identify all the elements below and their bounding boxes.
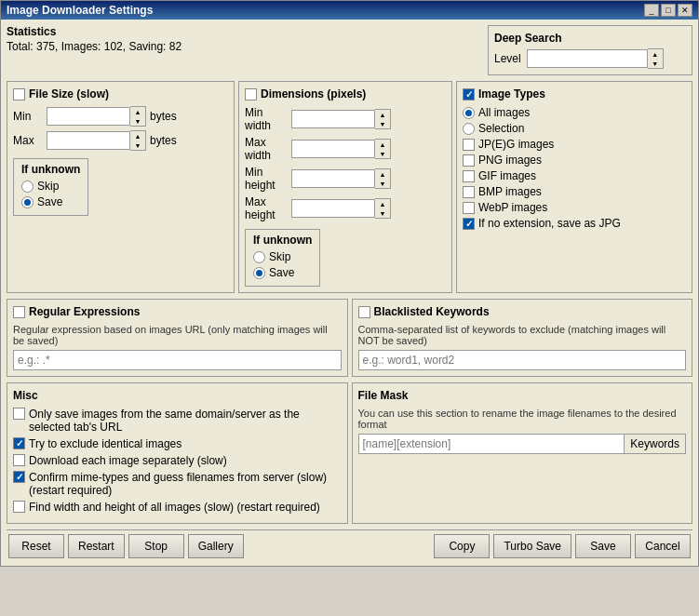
turbo-save-button[interactable]: Turbo Save [493, 534, 571, 558]
png-checkbox[interactable] [463, 154, 475, 167]
deep-search-increment-button[interactable]: ▲ [648, 49, 663, 59]
deep-search-level-spinner: 1 ▲ ▼ [527, 48, 664, 69]
dimensions-panel: Dimensions (pixels) Min width 200 ▲ ▼ Ma… [238, 81, 452, 293]
keywords-button[interactable]: Keywords [624, 434, 686, 454]
filemask-input[interactable] [358, 434, 625, 454]
close-button[interactable]: ✕ [678, 4, 692, 17]
file-size-checkbox[interactable] [13, 88, 25, 100]
file-size-panel: File Size (slow) Min 4000 ▲ ▼ bytes Max [7, 81, 235, 293]
file-size-save-radio[interactable] [21, 196, 34, 208]
min-height-spinner: 200 ▲ ▼ [291, 168, 391, 189]
misc-item-4: Find width and height of all images (slo… [13, 501, 342, 514]
deep-search-row: Level 1 ▲ ▼ [494, 48, 686, 69]
reset-button[interactable]: Reset [8, 534, 64, 558]
deep-search-decrement-button[interactable]: ▼ [648, 59, 663, 68]
max-width-increment[interactable]: ▲ [375, 140, 390, 149]
file-size-save-label: Save [37, 195, 62, 208]
save-button[interactable]: Save [575, 534, 631, 558]
minimize-button[interactable]: _ [644, 4, 659, 17]
no-extension-item: If no extension, save as JPG [463, 217, 686, 230]
image-types-panel: Image Types All images Selection JP(E)G … [456, 81, 692, 293]
blacklist-checkbox[interactable] [358, 306, 370, 318]
gif-item: GIF images [463, 169, 686, 182]
misc-checkbox-1[interactable] [13, 437, 25, 449]
misc-label-2: Download each image separately (slow) [29, 454, 227, 467]
file-size-min-decrement[interactable]: ▼ [130, 116, 145, 126]
min-width-increment[interactable]: ▲ [375, 110, 390, 119]
main-window: Image Downloader Settings _ □ ✕ Statisti… [0, 0, 699, 567]
no-extension-checkbox[interactable] [463, 218, 475, 230]
max-width-decrement[interactable]: ▼ [375, 149, 390, 158]
min-height-increment[interactable]: ▲ [375, 169, 390, 179]
min-width-input[interactable]: 200 [291, 110, 375, 128]
min-height-input[interactable]: 200 [291, 169, 375, 188]
dimensions-skip-radio[interactable] [253, 251, 265, 263]
regex-checkbox[interactable] [13, 306, 25, 318]
selection-label: Selection [478, 122, 524, 135]
jpeg-label: JP(E)G images [478, 138, 554, 151]
footer-buttons: Reset Restart Stop Gallery Copy Turbo Sa… [7, 529, 692, 560]
misc-checkbox-3[interactable] [13, 471, 25, 483]
restart-button[interactable]: Restart [68, 534, 125, 558]
maximize-button[interactable]: □ [661, 4, 676, 17]
min-height-decrement[interactable]: ▼ [375, 179, 390, 188]
filemask-panel: File Mask You can use this section to re… [352, 382, 693, 524]
file-size-max-unit: bytes [150, 134, 177, 147]
max-height-label: Max height [245, 195, 291, 221]
webp-checkbox[interactable] [463, 202, 475, 214]
top-row: Statistics Total: 375, Images: 102, Savi… [7, 25, 692, 75]
blacklist-input[interactable] [358, 350, 687, 370]
selection-radio[interactable] [463, 123, 475, 135]
dimensions-save-radio[interactable] [253, 267, 265, 279]
dimensions-title: Dimensions (pixels) [245, 87, 446, 100]
copy-button[interactable]: Copy [434, 534, 490, 558]
all-images-radio[interactable] [463, 107, 475, 119]
min-width-decrement[interactable]: ▼ [375, 119, 390, 128]
dimensions-skip-label: Skip [269, 250, 290, 263]
regex-blacklist-row: Regular Expressions Regular expression b… [7, 299, 692, 377]
file-size-max-row: Max 0 ▲ ▼ bytes [13, 130, 228, 151]
file-size-min-row: Min 4000 ▲ ▼ bytes [13, 106, 228, 127]
misc-checkbox-0[interactable] [13, 408, 25, 420]
max-height-row: Max height 0 ▲ ▼ [245, 195, 446, 221]
regex-input[interactable] [13, 350, 342, 370]
max-height-decrement[interactable]: ▼ [375, 208, 390, 218]
jpeg-checkbox[interactable] [463, 139, 475, 151]
deep-search-level-input[interactable]: 1 [527, 49, 648, 68]
file-size-max-label: Max [13, 134, 47, 147]
max-width-spinner-btns: ▲ ▼ [375, 139, 391, 159]
window-title: Image Downloader Settings [7, 4, 153, 17]
file-size-min-increment[interactable]: ▲ [130, 107, 145, 116]
png-item: PNG images [463, 154, 686, 167]
gallery-button[interactable]: Gallery [188, 534, 244, 558]
image-types-checkbox[interactable] [463, 88, 475, 100]
footer-right-buttons: Copy Turbo Save Save Cancel [434, 534, 691, 558]
misc-label-0: Only save images from the same domain/se… [29, 408, 342, 434]
file-size-save-row: Save [21, 195, 80, 208]
max-width-spinner: 0 ▲ ▼ [291, 139, 391, 159]
file-size-max-spinner-btns: ▲ ▼ [130, 130, 146, 151]
max-height-increment[interactable]: ▲ [375, 199, 390, 208]
jpeg-item: JP(E)G images [463, 138, 686, 151]
bmp-checkbox[interactable] [463, 186, 475, 198]
middle-row: File Size (slow) Min 4000 ▲ ▼ bytes Max [7, 81, 692, 293]
file-size-max-decrement[interactable]: ▼ [130, 141, 145, 150]
file-size-skip-row: Skip [21, 180, 80, 193]
file-size-min-input[interactable]: 4000 [47, 107, 130, 126]
max-height-spinner-btns: ▲ ▼ [375, 198, 391, 219]
regex-title: Regular Expressions [13, 305, 342, 318]
file-size-max-spinner: 0 ▲ ▼ [47, 130, 146, 151]
stop-button[interactable]: Stop [128, 534, 184, 558]
max-height-input[interactable]: 0 [291, 199, 375, 218]
webp-item: WebP images [463, 201, 686, 214]
max-width-input[interactable]: 0 [291, 140, 375, 158]
cancel-button[interactable]: Cancel [635, 534, 691, 558]
file-size-max-input[interactable]: 0 [47, 131, 130, 150]
file-size-max-increment[interactable]: ▲ [130, 131, 145, 141]
dimensions-checkbox[interactable] [245, 88, 257, 100]
misc-checkbox-4[interactable] [13, 501, 25, 513]
gif-checkbox[interactable] [463, 170, 475, 182]
file-size-skip-radio[interactable] [21, 181, 34, 193]
misc-checkbox-2[interactable] [13, 454, 25, 466]
no-extension-label: If no extension, save as JPG [478, 217, 621, 230]
